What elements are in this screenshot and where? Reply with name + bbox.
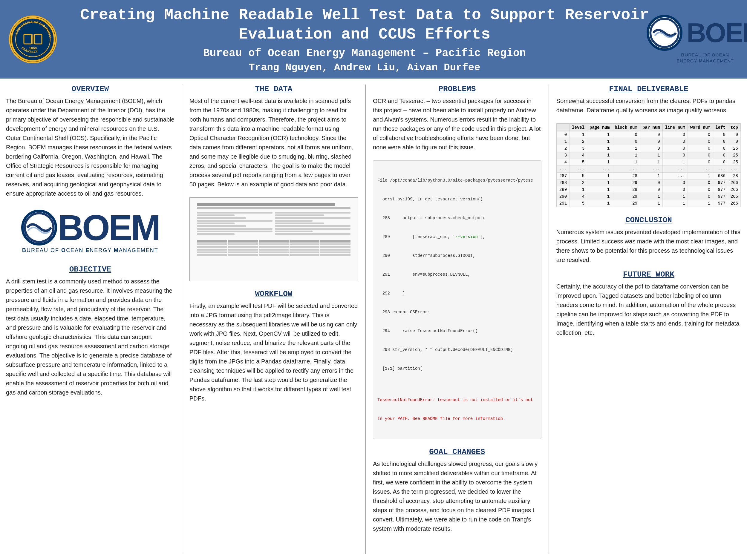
table-row: ........................... — [557, 166, 741, 172]
boem-center-logo: BOEM BUREAU OF OCEAN ENERGY MANAGEMENT — [6, 210, 175, 254]
section-goal-changes: GOAL CHANGES As technological challenges… — [373, 447, 541, 533]
goal-changes-body: As technological challenges slowed progr… — [373, 459, 541, 533]
boem-tagline: BUREAU OF OCEAN ENERGY MANAGEMENT — [22, 247, 158, 254]
code-line-11: [171] partition( — [378, 366, 537, 372]
the-data-title: THE DATA — [189, 84, 358, 94]
table-row: 3411100025 — [557, 152, 741, 159]
final-deliverable-title: FINAL DELIVERABLE — [556, 84, 741, 94]
df-col-index — [557, 124, 569, 131]
boem-large-letters: BOEM — [58, 210, 159, 245]
overview-body: The Bureau of Ocean Energy Management (B… — [6, 97, 175, 198]
boem-center-icon: BOEM — [21, 210, 159, 245]
boem-circle — [647, 15, 682, 51]
overview-title: OVERVIEW — [6, 84, 175, 94]
conclusion-title: CONCLUSION — [556, 216, 741, 224]
df-table-body: 011000000 121000000 2311000025 341110002… — [557, 131, 741, 207]
section-overview: OVERVIEW The Bureau of Ocean Energy Mana… — [6, 84, 175, 198]
boem-letters: BOEM — [687, 18, 747, 48]
df-col-par-num: par_num — [640, 124, 663, 131]
table-row: 28751281...168628 — [557, 172, 741, 180]
table-row: 2891129000977266 — [557, 186, 741, 193]
code-line-3: 288 output = subprocess.check_output( — [378, 215, 537, 221]
code-line-1: File /opt/conda/lib/python3.9/site-packa… — [378, 178, 537, 184]
df-table-container: level page_num block_num par_num line_nu… — [556, 123, 741, 207]
df-table-header-row: level page_num block_num par_num line_nu… — [557, 124, 741, 131]
df-col-left: left — [713, 124, 728, 131]
objective-title: OBJECTIVE — [6, 265, 175, 274]
df-col-block-num: block_num — [612, 124, 640, 131]
df-col-word-num: word_num — [688, 124, 713, 131]
table-row: 2915129111977266 — [557, 200, 741, 207]
code-error-1: TesseractNotFoundError: tesseract is not… — [378, 397, 537, 403]
divider-1 — [182, 84, 182, 554]
body-content: OVERVIEW The Bureau of Ocean Energy Mana… — [0, 79, 747, 560]
code-line-8: 293 except OSError: — [378, 309, 537, 315]
boem-logo-graphic: BOEM — [647, 15, 747, 51]
boem-main-circle — [21, 210, 57, 245]
code-line-6: 291 env=subprocess.DEVNULL, — [378, 271, 537, 278]
workflow-title: WORKFLOW — [189, 289, 358, 298]
table-row: 2882129000977266 — [557, 180, 741, 186]
code-line-5: 290 stderr=subprocess.STDOUT, — [378, 253, 537, 259]
column-1: OVERVIEW The Bureau of Ocean Energy Mana… — [6, 84, 175, 554]
section-final-deliverable: FINAL DELIVERABLE Somewhat successful co… — [556, 84, 741, 115]
code-line-2: ocrst.py:199, in get_tesseract_version() — [378, 196, 537, 203]
objective-body: A drill stem test is a commonly used met… — [6, 277, 175, 397]
code-line-7: 292 ) — [378, 290, 537, 297]
column-3: PROBLEMS OCR and Tesseract – two essenti… — [373, 84, 541, 554]
ucb-seal: 1868 UNIVERSITY OF CALIFORNIA BERKELEY — [9, 16, 57, 63]
df-col-level: level — [569, 124, 587, 131]
table-row: 2311000025 — [557, 145, 741, 152]
poster-subtitle: Bureau of Ocean Energy Management – Paci… — [66, 47, 663, 59]
section-workflow: WORKFLOW Firstly, an example well test P… — [189, 289, 358, 403]
section-future-work: FUTURE WORK Certainly, the accuracy of t… — [556, 270, 741, 338]
final-deliverable-body: Somewhat successful conversion from the … — [556, 97, 741, 115]
section-conclusion: CONCLUSION Numerous system issues preven… — [556, 216, 741, 265]
header: 1868 UNIVERSITY OF CALIFORNIA BERKELEY C… — [0, 0, 747, 79]
table-row: 2904129110977266 — [557, 193, 741, 200]
svg-text:1868: 1868 — [29, 46, 37, 50]
df-col-top: top — [728, 124, 741, 131]
df-col-line-num: line_num — [663, 124, 688, 131]
divider-2 — [365, 84, 366, 554]
poster: 1868 UNIVERSITY OF CALIFORNIA BERKELEY C… — [0, 0, 747, 560]
table-row: 011000000 — [557, 131, 741, 138]
conclusion-body: Numerous system issues prevented develop… — [556, 228, 741, 265]
pdf-lines-content — [194, 200, 354, 279]
code-block: File /opt/conda/lib/python3.9/site-packa… — [373, 160, 541, 439]
problems-title: PROBLEMS — [373, 84, 541, 94]
poster-authors: Trang Nguyen, Andrew Liu, Aivan Durfee — [66, 62, 663, 73]
section-objective: OBJECTIVE A drill stem test is a commonl… — [6, 265, 175, 397]
code-line-4: 289 [tesseract_cmd, '--version'], — [378, 234, 537, 240]
divider-3 — [548, 84, 549, 554]
goal-changes-title: GOAL CHANGES — [373, 447, 541, 456]
code-error-2: in your PATH. See README file for more i… — [378, 416, 537, 422]
boem-logo-right: BOEM BUREAU OF OCEAN ENERGY MANAGEMENT — [672, 15, 738, 63]
future-work-title: FUTURE WORK — [556, 270, 741, 279]
the-data-body: Most of the current well-test data is av… — [189, 97, 358, 189]
workflow-body: Firstly, an example well test PDF will b… — [189, 301, 358, 403]
section-the-data: THE DATA Most of the current well-test d… — [189, 84, 358, 189]
header-center: Creating Machine Readable Well Test Data… — [66, 5, 663, 73]
section-problems: PROBLEMS OCR and Tesseract – two essenti… — [373, 84, 541, 152]
code-line-10: 298 str_version, * = output.decode(DEFAU… — [378, 347, 537, 353]
pdf-image-sample — [189, 197, 358, 281]
future-work-body: Certainly, the accuracy of the pdf to da… — [556, 282, 741, 338]
problems-body: OCR and Tesseract – two essential packag… — [373, 97, 541, 152]
df-col-page-num: page_num — [587, 124, 612, 131]
column-4: FINAL DELIVERABLE Somewhat successful co… — [556, 84, 741, 554]
poster-title: Creating Machine Readable Well Test Data… — [66, 5, 663, 44]
table-row: 121000000 — [557, 138, 741, 145]
table-row: 4511110025 — [557, 159, 741, 166]
code-line-9: 294 raise TesseractNotFoundError() — [378, 328, 537, 334]
df-table: level page_num block_num par_num line_nu… — [557, 124, 741, 207]
column-2: THE DATA Most of the current well-test d… — [189, 84, 358, 554]
